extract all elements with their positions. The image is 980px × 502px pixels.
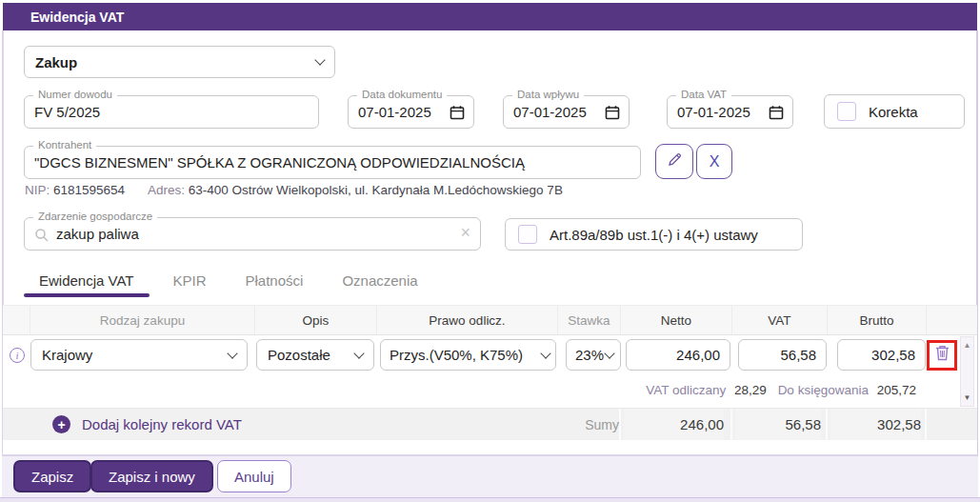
brutto-cell: [828, 335, 927, 374]
rodzaj-zakupu-cell: Krajowy: [30, 335, 255, 374]
stawka-select[interactable]: 23%: [566, 339, 621, 371]
prawo-odlicz-cell: Przys.(V50%, K75%): [377, 335, 558, 374]
plus-circle-icon: +: [52, 415, 70, 433]
row-summary-text: VAT odliczany 28,29 Do księgowania 205,7…: [646, 383, 924, 397]
header-netto: Netto: [621, 306, 732, 334]
data-dokumentu-field: Data dokumentu: [348, 95, 474, 129]
clear-x-icon[interactable]: ×: [460, 223, 470, 243]
vat-cell: [732, 335, 828, 374]
info-icon[interactable]: i: [10, 348, 25, 363]
tab-kpir[interactable]: KPIR: [158, 266, 222, 295]
stawka-cell: 23%: [558, 335, 621, 374]
numer-dowodu-field: Numer dowodu: [24, 95, 319, 129]
calendar-icon[interactable]: [605, 105, 620, 124]
art-89a-checkbox[interactable]: [518, 225, 537, 244]
header-opis: Opis: [255, 306, 377, 334]
chevron-down-icon: [353, 348, 364, 358]
search-icon: [34, 228, 50, 247]
chevron-down-icon: [227, 348, 237, 358]
record-type-select[interactable]: Zakup: [24, 46, 335, 78]
header-stawka: Stawka: [558, 306, 621, 334]
netto-input[interactable]: [626, 339, 730, 371]
dialog-title: Ewidencja VAT: [30, 10, 124, 25]
kontrahent-field: Kontrahent: [24, 146, 641, 179]
opis-select[interactable]: Pozostałe: [256, 339, 374, 371]
header-rodzaj-zakupu: Rodzaj zakupu: [30, 306, 255, 334]
data-wplywu-field: Data wpływu: [503, 95, 630, 129]
prawo-odlicz-value: Przys.(V50%, K75%): [390, 347, 523, 363]
sums-label: Sumy: [531, 409, 619, 441]
tab-ewidencja-vat[interactable]: Ewidencja VAT: [24, 266, 150, 295]
header-brutto: Brutto: [828, 306, 927, 334]
data-vat-label: Data VAT: [676, 89, 731, 100]
column-divider: [619, 409, 621, 440]
nip-value: 6181595654: [53, 183, 125, 197]
rodzaj-zakupu-select[interactable]: Krajowy: [30, 339, 248, 371]
vat-input[interactable]: [738, 339, 827, 371]
chevron-down-icon: [540, 348, 550, 358]
column-divider: [730, 409, 732, 440]
column-divider: [925, 409, 927, 440]
sums-netto: 246,00: [624, 409, 724, 441]
calendar-icon[interactable]: [450, 105, 465, 124]
tab-platnosci[interactable]: Płatności: [230, 266, 319, 295]
header-prawo-odlicz: Prawo odlicz.: [377, 306, 558, 334]
netto-cell: [621, 335, 732, 374]
table-bottom-spacer: [3, 440, 977, 456]
sums-row: + Dodaj kolejny rekord VAT Sumy 246,00 5…: [3, 408, 977, 440]
column-divider: [826, 409, 828, 440]
tab-oznaczenia[interactable]: Oznaczenia: [327, 266, 432, 295]
row-info-cell: i: [8, 335, 30, 374]
vat-table-header: Rodzaj zakupu Opis Prawo odlicz. Stawka …: [3, 305, 977, 335]
calendar-icon[interactable]: [769, 105, 784, 124]
vat-odliczany-label: VAT odliczany: [646, 383, 726, 397]
kontrahent-clear-button[interactable]: X: [696, 144, 732, 179]
table-scrollbar[interactable]: ▲ ▼: [960, 336, 974, 407]
sums-brutto: 302,58: [830, 409, 921, 441]
scroll-down-icon[interactable]: ▼: [964, 393, 971, 402]
x-icon: X: [710, 153, 720, 171]
adres-value: 63-400 Ostrów Wielkopolski, ul. Kardynał…: [189, 183, 563, 197]
opis-value: Pozostałe: [268, 347, 330, 363]
art-89a-label: Art.89a/89b ust.1(-) i 4(+) ustawy: [550, 227, 758, 243]
do-ksiegowania-value: 205,72: [877, 383, 916, 397]
numer-dowodu-label: Numer dowodu: [33, 89, 117, 100]
stawka-value: 23%: [575, 347, 604, 363]
korekta-checkbox-group: Korekta: [824, 94, 965, 129]
vat-table-row: i Krajowy Pozostałe Przys.(V50%, K75%) 2…: [3, 335, 977, 374]
zdarzenie-gospodarcze-field: Zdarzenie gospodarcze ×: [24, 217, 481, 251]
actions-cell: [927, 335, 961, 374]
kontrahent-info-line: NIP: 6181595654 Adres: 63-400 Ostrów Wie…: [25, 183, 563, 197]
adres-label: Adres:: [148, 183, 185, 197]
tab-bar: Ewidencja VAT KPIR Płatności Oznaczenia: [24, 266, 433, 295]
save-and-new-button[interactable]: Zapisz i nowy: [90, 460, 213, 492]
chevron-down-icon: [314, 54, 325, 65]
numer-dowodu-input[interactable]: [25, 96, 318, 128]
sums-vat: 56,58: [735, 409, 821, 441]
zdarzenie-label: Zdarzenie gospodarcze: [33, 211, 157, 222]
scroll-up-icon[interactable]: ▲: [964, 341, 971, 350]
dialog-bottom-border: [0, 497, 980, 502]
row-summary-line: VAT odliczany 28,29 Do księgowania 205,7…: [3, 374, 977, 408]
rodzaj-zakupu-value: Krajowy: [42, 347, 92, 363]
kontrahent-input[interactable]: [25, 147, 640, 178]
data-vat-field: Data VAT: [667, 95, 793, 129]
opis-cell: Pozostałe: [255, 335, 377, 374]
kontrahent-edit-button[interactable]: [655, 144, 693, 179]
red-highlight-box: [927, 340, 957, 371]
data-wplywu-label: Data wpływu: [512, 89, 584, 100]
korekta-checkbox[interactable]: [837, 102, 856, 121]
add-vat-record-button[interactable]: + Dodaj kolejny rekord VAT: [52, 409, 242, 440]
zdarzenie-input[interactable]: [25, 218, 480, 250]
record-type-value: Zakup: [35, 54, 77, 70]
pencil-icon: [667, 151, 683, 171]
trash-icon[interactable]: [935, 345, 950, 365]
korekta-label: Korekta: [869, 104, 918, 120]
cancel-button[interactable]: Anuluj: [217, 460, 291, 492]
footer-bar: Zapisz Zapisz i nowy Anuluj: [2, 456, 978, 497]
brutto-input[interactable]: [837, 339, 926, 371]
header-actions: [927, 306, 961, 334]
art-89a-checkbox-group: Art.89a/89b ust.1(-) i 4(+) ustawy: [505, 218, 803, 251]
save-button[interactable]: Zapisz: [13, 460, 91, 492]
prawo-odlicz-select[interactable]: Przys.(V50%, K75%): [380, 339, 556, 371]
